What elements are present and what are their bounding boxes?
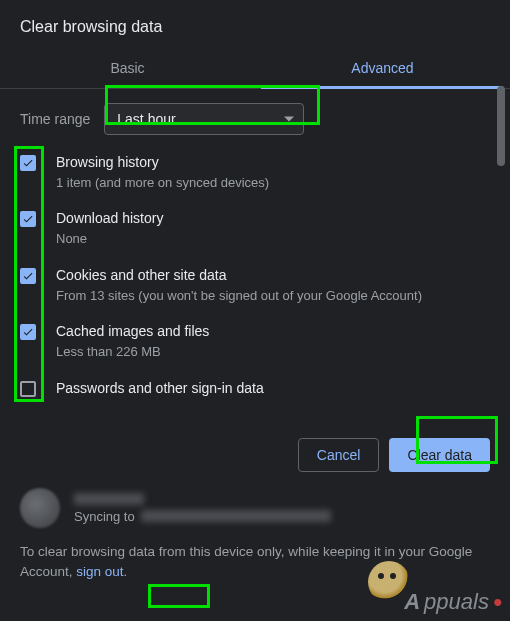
account-email-redacted: [141, 510, 331, 522]
option-title: Cached images and files: [56, 322, 209, 341]
tab-basic[interactable]: Basic: [0, 50, 255, 88]
watermark: Appuals•: [404, 589, 502, 615]
option-sub: From 13 sites (you won't be signed out o…: [56, 287, 422, 305]
sign-out-link[interactable]: sign out: [76, 564, 123, 579]
option-cookies[interactable]: Cookies and other site data From 13 site…: [20, 266, 490, 304]
option-download-history[interactable]: Download history None: [20, 209, 490, 247]
time-range-select[interactable]: Last hour: [104, 103, 304, 135]
option-cached[interactable]: Cached images and files Less than 226 MB: [20, 322, 490, 360]
scrollbar[interactable]: [494, 86, 508, 461]
clear-data-button[interactable]: Clear data: [389, 438, 490, 472]
account-name-redacted: [74, 493, 144, 505]
content-area: Time range Last hour Browsing history 1 …: [0, 89, 510, 424]
option-title: Browsing history: [56, 153, 269, 172]
syncing-label: Syncing to: [74, 509, 135, 524]
option-passwords[interactable]: Passwords and other sign-in data: [20, 379, 490, 398]
checkbox-download-history[interactable]: [20, 211, 36, 227]
option-title: Cookies and other site data: [56, 266, 422, 285]
checkbox-cached[interactable]: [20, 324, 36, 340]
chevron-down-icon: [284, 117, 294, 122]
checkbox-browsing-history[interactable]: [20, 155, 36, 171]
time-range-value: Last hour: [117, 111, 175, 127]
cancel-button[interactable]: Cancel: [298, 438, 380, 472]
time-range-label: Time range: [20, 111, 90, 127]
button-row: Cancel Clear data: [0, 424, 510, 482]
option-browsing-history[interactable]: Browsing history 1 item (and more on syn…: [20, 153, 490, 191]
tabs: Basic Advanced: [0, 50, 510, 89]
dialog-title: Clear browsing data: [0, 0, 510, 50]
option-sub: Less than 226 MB: [56, 343, 209, 361]
check-icon: [22, 213, 34, 225]
highlight-box: [148, 584, 210, 608]
checkbox-cookies[interactable]: [20, 268, 36, 284]
avatar: [20, 488, 60, 528]
checkbox-passwords[interactable]: [20, 381, 36, 397]
tab-advanced[interactable]: Advanced: [255, 50, 510, 88]
option-sub: None: [56, 230, 163, 248]
check-icon: [22, 157, 34, 169]
check-icon: [22, 270, 34, 282]
option-title: Passwords and other sign-in data: [56, 379, 264, 398]
account-row: Syncing to: [20, 488, 490, 528]
option-title: Download history: [56, 209, 163, 228]
footer: Syncing to To clear browsing data from t…: [0, 482, 510, 583]
option-sub: 1 item (and more on synced devices): [56, 174, 269, 192]
footer-text: To clear browsing data from this device …: [20, 542, 490, 583]
check-icon: [22, 326, 34, 338]
